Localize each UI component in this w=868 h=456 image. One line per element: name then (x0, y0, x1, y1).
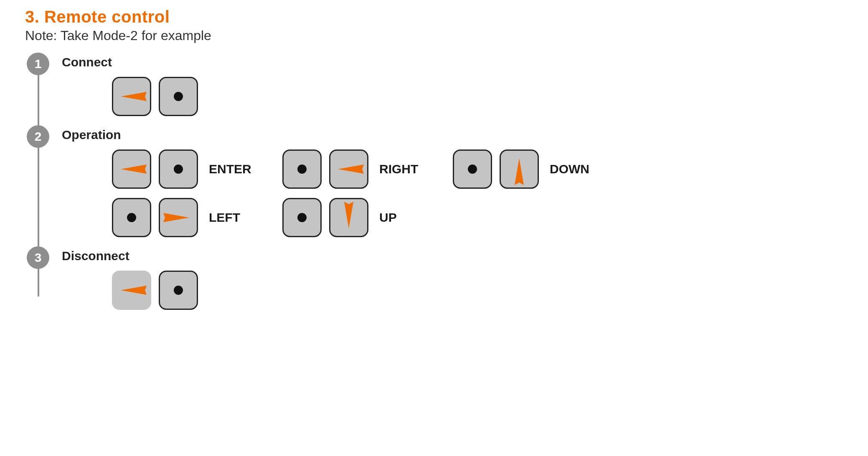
label-up: UP (379, 210, 429, 225)
combo-enter: ENTER (112, 149, 259, 189)
right-stick-icon (159, 271, 198, 310)
right-stick-icon (159, 77, 198, 116)
left-stick-icon (112, 149, 151, 189)
combo-right: RIGHT (282, 149, 429, 189)
combo-up: UP (282, 198, 429, 237)
left-stick-icon (282, 149, 322, 189)
left-stick-icon (453, 149, 492, 189)
label-down: DOWN (550, 162, 600, 176)
svg-marker-2 (338, 165, 364, 174)
stick-center-dot-icon (468, 165, 477, 174)
combo-connect (112, 77, 198, 116)
arrow-down-icon (343, 202, 355, 228)
arrow-left-icon (121, 90, 147, 103)
stick-center-dot-icon (174, 92, 183, 101)
combo-down: DOWN (453, 149, 600, 189)
left-stick-icon (112, 271, 151, 310)
arrow-left-icon (121, 163, 147, 175)
svg-marker-6 (121, 286, 147, 295)
combo-disconnect (112, 271, 198, 310)
step-badge-2: 2 (27, 125, 49, 148)
stick-center-dot-icon (297, 213, 307, 222)
step-badge-3: 3 (27, 246, 49, 269)
step-title-connect: Connect (62, 55, 843, 69)
svg-marker-4 (163, 213, 189, 222)
svg-marker-5 (344, 202, 353, 228)
svg-marker-1 (121, 165, 147, 174)
arrow-right-icon (163, 211, 189, 224)
arrow-left-icon (338, 163, 364, 175)
step-3: 3 Disconnect (27, 249, 843, 310)
step-title-operation: Operation (62, 128, 843, 142)
stick-center-dot-icon (297, 165, 307, 174)
right-stick-icon (159, 149, 198, 189)
right-stick-icon (159, 198, 198, 237)
step-1: 1 Connect (27, 55, 843, 116)
step-badge-1: 1 (27, 53, 49, 75)
label-enter: ENTER (209, 162, 259, 176)
svg-marker-3 (515, 158, 524, 185)
left-stick-icon (112, 77, 151, 116)
step-title-disconnect: Disconnect (62, 249, 843, 263)
arrow-up-icon (513, 158, 525, 185)
combo-left: LEFT (112, 198, 259, 237)
stick-center-dot-icon (127, 213, 136, 222)
section-heading: 3. Remote control (25, 8, 843, 26)
left-stick-icon (282, 198, 322, 237)
right-stick-icon (329, 149, 368, 189)
right-stick-icon (329, 198, 368, 237)
svg-marker-0 (121, 92, 147, 101)
section-note: Note: Take Mode-2 for example (25, 28, 843, 43)
left-stick-icon (112, 198, 151, 237)
stick-center-dot-icon (174, 286, 183, 295)
steps-container: 1 Connect 2 Operation (27, 55, 843, 310)
right-stick-icon (500, 149, 539, 189)
arrow-left-icon (121, 284, 147, 296)
page: 3. Remote control Note: Take Mode-2 for … (0, 0, 868, 344)
label-right: RIGHT (379, 162, 429, 176)
step-2: 2 Operation ENTER (27, 128, 843, 237)
label-left: LEFT (209, 210, 259, 225)
stick-center-dot-icon (174, 165, 183, 174)
